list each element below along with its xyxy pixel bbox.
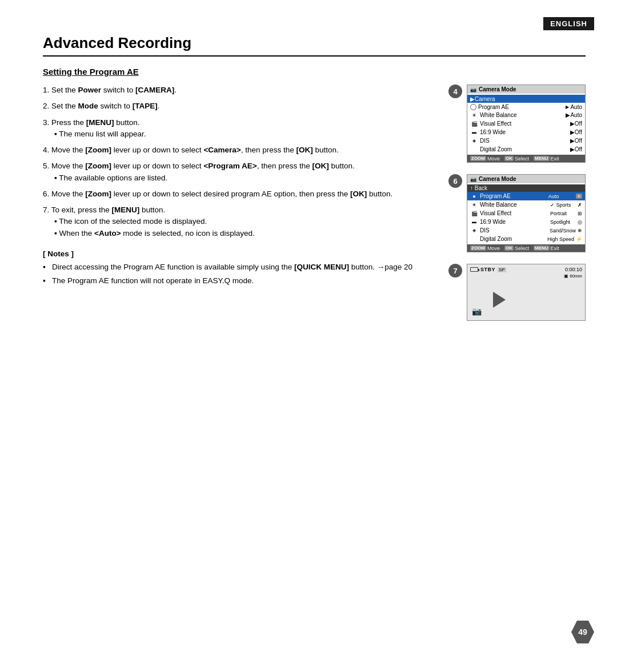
notes-section: [ Notes ] Direct accessing the Program A… xyxy=(43,250,431,287)
vf-stby-label: STBY xyxy=(480,267,495,272)
screens-column: 4 📷 Camera Mode ▶Camera Program AE xyxy=(448,84,586,325)
screen-4-row-wb: ☀ White Balance ▶Auto xyxy=(467,111,585,119)
step-4-circle: 4 xyxy=(448,84,462,98)
screen-6-row-wide: ▬ 16:9 Wide Spotlight ◎ xyxy=(467,218,585,226)
screen-6-back-row: ↑ Back xyxy=(467,184,585,192)
wide-icon: ▬ xyxy=(470,129,478,136)
instructions-column: 1. Set the Power switch to [CAMERA]. 2. … xyxy=(43,84,431,325)
screen-6-header: 📷 Camera Mode xyxy=(467,175,585,183)
screen-4: 📷 Camera Mode ▶Camera Program AE ▶Auto xyxy=(467,84,586,163)
screen-4-row-dis: ◈ DIS ▶Off xyxy=(467,136,585,145)
vf-battery-icon xyxy=(470,267,478,272)
screen-6-wrapper: 6 📷 Camera Mode ↑ Back ● Program AE xyxy=(448,174,586,252)
ae-icon-6: ● xyxy=(470,193,478,200)
step-6-circle: 6 xyxy=(448,174,462,188)
step-1: 1. Set the Power switch to [CAMERA]. xyxy=(43,84,431,96)
notes-title: [ Notes ] xyxy=(43,250,431,258)
screen-6-body: ↑ Back ● Program AE Auto A ☀ White Balan… xyxy=(467,183,585,244)
screen-6-row-ve: 🎬 Visual Effect Portrait ⊞ xyxy=(467,209,585,218)
vf-play-icon xyxy=(493,292,506,308)
page-number-badge: 49 xyxy=(571,621,594,643)
vf-tape-info: ▣ 60min xyxy=(564,273,582,279)
step-7: 7. To exit, press the [MENU] button. The… xyxy=(43,204,431,239)
screen-6-row-wb: ☀ White Balance ✓ Sports ✗ xyxy=(467,200,585,209)
screen-6-row-ae: ● Program AE Auto A xyxy=(467,192,585,200)
screen-6-row-dz: Digital Zoom High Speed ⚡ xyxy=(467,235,585,243)
english-badge: ENGLISH xyxy=(543,17,594,30)
screen-6-footer: ZOOM Move OK Select MENU Exit xyxy=(467,244,585,252)
screen-4-row-dz: Digital Zoom ▶Off xyxy=(467,145,585,154)
screen-4-row-camera: ▶Camera xyxy=(467,95,585,103)
ve-icon: 🎬 xyxy=(470,120,478,127)
wb-icon: ☀ xyxy=(470,112,478,119)
screen-4-footer: ZOOM Move OK Select MENU Exit xyxy=(467,155,585,162)
screen-4-header: 📷 Camera Mode xyxy=(467,85,585,94)
vf-sp-label: SP xyxy=(498,267,506,272)
screen-6-header-label: Camera Mode xyxy=(479,176,516,182)
step-6: 6. Move the [Zoom] lever up or down to s… xyxy=(43,188,431,200)
screen-4-row-ve: 🎬 Visual Effect ▶Off xyxy=(467,119,585,128)
screen-4-header-label: Camera Mode xyxy=(479,86,516,92)
note-1: Direct accessing the Program AE function… xyxy=(43,261,431,273)
dis-icon-6: ◈ xyxy=(470,227,478,234)
screen-4-row-wide: ▬ 16:9 Wide ▶Off xyxy=(467,128,585,136)
vf-tape-icon: ▣ xyxy=(564,273,568,279)
dis-icon: ◈ xyxy=(470,138,478,144)
page-title: Advanced Recording xyxy=(43,34,586,57)
screen-6-row-dis: ◈ DIS Sand/Snow ❄ xyxy=(467,226,585,235)
cam-icon-6: 📷 xyxy=(470,176,476,182)
dz-icon-6 xyxy=(470,236,478,243)
section-title: Setting the Program AE xyxy=(43,67,586,77)
vf-sub-icon: 📷 xyxy=(472,307,482,316)
step-4: 4. Move the [Zoom] lever up or down to s… xyxy=(43,144,431,156)
screen-4-wrapper: 4 📷 Camera Mode ▶Camera Program AE xyxy=(448,84,586,163)
screen-7: STBY SP 0:00:10 ▣ 60min 📷 xyxy=(467,264,586,321)
wide-icon-6: ▬ xyxy=(470,219,478,226)
vf-tape-label: 60min xyxy=(570,273,582,279)
cam-icon-4: 📷 xyxy=(470,87,476,92)
vf-top-bar: STBY SP 0:00:10 xyxy=(470,267,582,272)
screen-6: 📷 Camera Mode ↑ Back ● Program AE Auto A xyxy=(467,174,586,252)
step-5-sub: The available options are listed. xyxy=(54,172,431,184)
step-7-sub-2: When the <Auto> mode is selected, no ico… xyxy=(54,228,431,239)
step-7-circle: 7 xyxy=(448,264,462,277)
step-3: 3. Press the [MENU] button. The menu lis… xyxy=(43,117,431,140)
ve-icon-6: 🎬 xyxy=(470,210,478,217)
step-2: 2. Set the Mode switch to [TAPE]. xyxy=(43,100,431,112)
wb-icon-6: ☀ xyxy=(470,202,478,208)
vf-time: 0:00:10 xyxy=(565,267,582,272)
step-7-sub-1: The icon of the selected mode is display… xyxy=(54,216,431,227)
step-3-sub: The menu list will appear. xyxy=(54,128,431,140)
step-5: 5. Move the [Zoom] lever up or down to s… xyxy=(43,160,431,184)
ae-icon xyxy=(470,104,476,110)
screen-7-wrapper: 7 STBY SP 0:00:10 ▣ 60min xyxy=(448,264,586,321)
dz-icon-4 xyxy=(470,146,478,153)
screen-4-row-ae: Program AE ▶Auto xyxy=(467,103,585,111)
screen-4-body: ▶Camera Program AE ▶Auto ☀ White Balance xyxy=(467,94,585,155)
note-2: The Program AE function will not operate… xyxy=(43,275,431,287)
